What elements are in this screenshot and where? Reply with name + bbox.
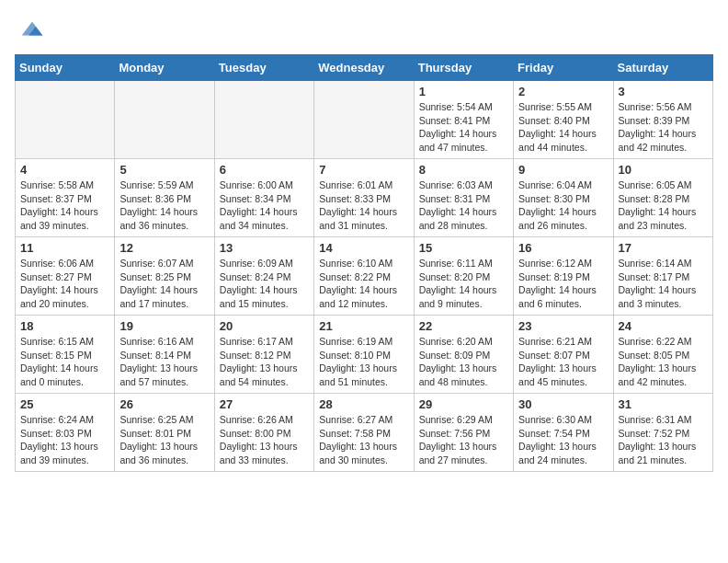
day-number: 29 <box>419 397 508 411</box>
week-row-3: 11Sunrise: 6:06 AM Sunset: 8:27 PM Dayli… <box>16 237 713 316</box>
day-info: Sunrise: 6:05 AM Sunset: 8:28 PM Dayligh… <box>619 178 708 233</box>
day-info: Sunrise: 6:19 AM Sunset: 8:10 PM Dayligh… <box>319 335 408 389</box>
day-number: 10 <box>619 163 708 177</box>
calendar-cell: 7Sunrise: 6:01 AM Sunset: 8:33 PM Daylig… <box>314 159 414 237</box>
page-header <box>15 15 713 47</box>
weekday-header-saturday: Saturday <box>613 55 712 81</box>
calendar-cell: 31Sunrise: 6:31 AM Sunset: 7:52 PM Dayli… <box>613 394 712 472</box>
calendar-cell: 16Sunrise: 6:12 AM Sunset: 8:19 PM Dayli… <box>514 237 613 316</box>
day-number: 24 <box>619 319 708 333</box>
calendar-cell: 23Sunrise: 6:21 AM Sunset: 8:07 PM Dayli… <box>514 316 613 394</box>
calendar-cell: 24Sunrise: 6:22 AM Sunset: 8:05 PM Dayli… <box>613 316 712 394</box>
day-info: Sunrise: 6:16 AM Sunset: 8:14 PM Dayligh… <box>119 335 209 389</box>
calendar-cell: 19Sunrise: 6:16 AM Sunset: 8:14 PM Dayli… <box>115 316 214 394</box>
day-number: 5 <box>119 163 209 177</box>
week-row-1: 1Sunrise: 5:54 AM Sunset: 8:41 PM Daylig… <box>16 81 713 159</box>
day-number: 15 <box>419 241 508 255</box>
day-number: 4 <box>20 163 109 177</box>
day-info: Sunrise: 5:55 AM Sunset: 8:40 PM Dayligh… <box>518 100 608 155</box>
calendar-cell <box>115 81 214 159</box>
day-info: Sunrise: 6:09 AM Sunset: 8:24 PM Dayligh… <box>220 257 309 311</box>
calendar-cell <box>214 81 313 159</box>
day-info: Sunrise: 6:25 AM Sunset: 8:01 PM Dayligh… <box>119 413 209 467</box>
day-info: Sunrise: 6:29 AM Sunset: 7:56 PM Dayligh… <box>419 413 508 467</box>
calendar-cell: 21Sunrise: 6:19 AM Sunset: 8:10 PM Dayli… <box>314 316 414 394</box>
calendar-cell: 14Sunrise: 6:10 AM Sunset: 8:22 PM Dayli… <box>314 237 414 316</box>
calendar-cell: 9Sunrise: 6:04 AM Sunset: 8:30 PM Daylig… <box>514 159 613 237</box>
day-info: Sunrise: 5:54 AM Sunset: 8:41 PM Dayligh… <box>419 100 508 155</box>
day-info: Sunrise: 6:07 AM Sunset: 8:25 PM Dayligh… <box>119 257 209 311</box>
calendar-cell: 18Sunrise: 6:15 AM Sunset: 8:15 PM Dayli… <box>16 316 115 394</box>
day-number: 30 <box>518 397 608 411</box>
weekday-header-thursday: Thursday <box>414 55 513 81</box>
calendar-cell: 22Sunrise: 6:20 AM Sunset: 8:09 PM Dayli… <box>414 316 513 394</box>
calendar-cell <box>314 81 414 159</box>
day-info: Sunrise: 6:20 AM Sunset: 8:09 PM Dayligh… <box>419 335 508 389</box>
day-number: 16 <box>518 241 608 255</box>
calendar-cell: 17Sunrise: 6:14 AM Sunset: 8:17 PM Dayli… <box>613 237 712 316</box>
day-number: 18 <box>20 319 109 333</box>
day-info: Sunrise: 6:03 AM Sunset: 8:31 PM Dayligh… <box>419 178 508 233</box>
day-number: 8 <box>419 163 508 177</box>
calendar-cell: 12Sunrise: 6:07 AM Sunset: 8:25 PM Dayli… <box>115 237 214 316</box>
calendar-cell: 4Sunrise: 5:58 AM Sunset: 8:37 PM Daylig… <box>16 159 115 237</box>
calendar-cell: 3Sunrise: 5:56 AM Sunset: 8:39 PM Daylig… <box>613 81 712 159</box>
calendar-cell: 25Sunrise: 6:24 AM Sunset: 8:03 PM Dayli… <box>16 394 115 472</box>
day-info: Sunrise: 6:21 AM Sunset: 8:07 PM Dayligh… <box>518 335 608 389</box>
calendar-cell: 29Sunrise: 6:29 AM Sunset: 7:56 PM Dayli… <box>414 394 513 472</box>
day-number: 26 <box>119 397 209 411</box>
day-number: 3 <box>619 85 708 98</box>
day-number: 22 <box>419 319 508 333</box>
day-number: 11 <box>20 241 109 255</box>
calendar-cell: 6Sunrise: 6:00 AM Sunset: 8:34 PM Daylig… <box>214 159 313 237</box>
day-info: Sunrise: 6:30 AM Sunset: 7:54 PM Dayligh… <box>518 413 608 467</box>
day-number: 12 <box>119 241 209 255</box>
day-number: 9 <box>518 163 608 177</box>
day-number: 13 <box>220 241 309 255</box>
day-info: Sunrise: 6:00 AM Sunset: 8:34 PM Dayligh… <box>220 178 309 233</box>
day-number: 20 <box>220 319 309 333</box>
day-number: 6 <box>220 163 309 177</box>
calendar-cell: 13Sunrise: 6:09 AM Sunset: 8:24 PM Dayli… <box>214 237 313 316</box>
week-row-4: 18Sunrise: 6:15 AM Sunset: 8:15 PM Dayli… <box>16 316 713 394</box>
calendar-cell: 1Sunrise: 5:54 AM Sunset: 8:41 PM Daylig… <box>414 81 513 159</box>
calendar-cell: 27Sunrise: 6:26 AM Sunset: 8:00 PM Dayli… <box>214 394 313 472</box>
day-info: Sunrise: 5:59 AM Sunset: 8:36 PM Dayligh… <box>119 178 209 233</box>
logo-icon <box>18 15 46 42</box>
day-info: Sunrise: 5:56 AM Sunset: 8:39 PM Dayligh… <box>619 100 708 155</box>
day-info: Sunrise: 5:58 AM Sunset: 8:37 PM Dayligh… <box>20 178 109 233</box>
week-row-2: 4Sunrise: 5:58 AM Sunset: 8:37 PM Daylig… <box>16 159 713 237</box>
day-info: Sunrise: 6:22 AM Sunset: 8:05 PM Dayligh… <box>619 335 708 389</box>
calendar-body: 1Sunrise: 5:54 AM Sunset: 8:41 PM Daylig… <box>16 81 713 472</box>
calendar-table: SundayMondayTuesdayWednesdayThursdayFrid… <box>15 54 713 472</box>
calendar-cell: 28Sunrise: 6:27 AM Sunset: 7:58 PM Dayli… <box>314 394 414 472</box>
calendar-cell: 5Sunrise: 5:59 AM Sunset: 8:36 PM Daylig… <box>115 159 214 237</box>
day-info: Sunrise: 6:14 AM Sunset: 8:17 PM Dayligh… <box>619 257 708 311</box>
weekday-header-tuesday: Tuesday <box>214 55 313 81</box>
day-number: 1 <box>419 85 508 98</box>
day-info: Sunrise: 6:27 AM Sunset: 7:58 PM Dayligh… <box>319 413 408 467</box>
day-info: Sunrise: 6:01 AM Sunset: 8:33 PM Dayligh… <box>319 178 408 233</box>
weekday-header-wednesday: Wednesday <box>314 55 414 81</box>
weekday-header-friday: Friday <box>514 55 613 81</box>
weekday-header-sunday: Sunday <box>16 55 115 81</box>
day-number: 23 <box>518 319 608 333</box>
day-info: Sunrise: 6:31 AM Sunset: 7:52 PM Dayligh… <box>619 413 708 467</box>
day-number: 19 <box>119 319 209 333</box>
calendar-header-row: SundayMondayTuesdayWednesdayThursdayFrid… <box>16 55 713 81</box>
day-number: 7 <box>319 163 408 177</box>
day-number: 14 <box>319 241 408 255</box>
day-number: 21 <box>319 319 408 333</box>
day-info: Sunrise: 6:24 AM Sunset: 8:03 PM Dayligh… <box>20 413 109 467</box>
calendar-cell: 10Sunrise: 6:05 AM Sunset: 8:28 PM Dayli… <box>613 159 712 237</box>
day-number: 2 <box>518 85 608 98</box>
day-info: Sunrise: 6:26 AM Sunset: 8:00 PM Dayligh… <box>220 413 309 467</box>
day-number: 25 <box>20 397 109 411</box>
day-info: Sunrise: 6:06 AM Sunset: 8:27 PM Dayligh… <box>20 257 109 311</box>
calendar-cell: 30Sunrise: 6:30 AM Sunset: 7:54 PM Dayli… <box>514 394 613 472</box>
day-info: Sunrise: 6:17 AM Sunset: 8:12 PM Dayligh… <box>220 335 309 389</box>
day-number: 27 <box>220 397 309 411</box>
week-row-5: 25Sunrise: 6:24 AM Sunset: 8:03 PM Dayli… <box>16 394 713 472</box>
calendar-cell: 2Sunrise: 5:55 AM Sunset: 8:40 PM Daylig… <box>514 81 613 159</box>
calendar-cell: 26Sunrise: 6:25 AM Sunset: 8:01 PM Dayli… <box>115 394 214 472</box>
